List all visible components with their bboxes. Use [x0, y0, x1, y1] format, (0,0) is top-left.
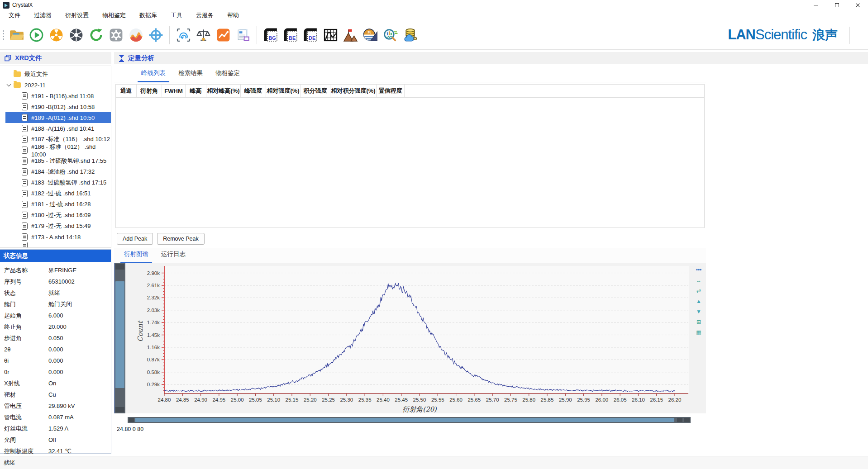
tab-1[interactable]: 检索结果	[172, 69, 209, 82]
chart-horizontal-scrollbar[interactable]	[128, 417, 691, 423]
shutter-button[interactable]	[67, 25, 86, 45]
analysis-chart-button[interactable]	[214, 25, 233, 45]
tab-2[interactable]: 物相鉴定	[209, 69, 246, 82]
search-analysis-button[interactable]	[381, 25, 400, 45]
column-header[interactable]: 置信程度	[377, 85, 405, 97]
start-run-button[interactable]	[27, 25, 46, 45]
remove-peak-button[interactable]: Remove Peak	[157, 233, 205, 245]
close-icon	[855, 3, 860, 8]
background-be-button[interactable]: BE	[281, 25, 300, 45]
file-item[interactable]: #191 - B(116).shd 11:08	[5, 90, 111, 101]
scrollbar-thumb[interactable]	[135, 418, 674, 422]
toolbar-gripper[interactable]	[0, 26, 6, 44]
refresh-button[interactable]	[86, 25, 105, 45]
menu-item-2[interactable]: 衍射设置	[58, 10, 95, 21]
open-file-button[interactable]	[7, 25, 26, 45]
column-header[interactable]: 相对积分强度(%)	[330, 85, 377, 97]
smoothing-button[interactable]	[321, 25, 340, 45]
grid-view-icon[interactable]: ▦	[696, 329, 701, 336]
scrollbar-cap[interactable]	[129, 418, 134, 422]
column-header[interactable]: 峰高	[186, 85, 206, 97]
close-button[interactable]	[847, 0, 868, 10]
column-header[interactable]: 峰强度	[241, 85, 266, 97]
cloud-database-button[interactable]	[401, 25, 420, 45]
goniometer-button[interactable]	[146, 25, 165, 45]
background-de-button[interactable]: DE	[301, 25, 320, 45]
svg-text:25.95: 25.95	[577, 397, 590, 403]
file-item[interactable]: #183 -过硫酸氢钾 .shd 17:15	[5, 177, 111, 188]
grid-wave-icon	[323, 27, 339, 43]
file-item[interactable]: #185 - 过硫酸氢钾.shd 17:55	[5, 156, 111, 166]
status-row: 灯丝电流1.529 A	[0, 423, 111, 434]
maximize-button[interactable]	[826, 0, 847, 10]
spectrum-button[interactable]	[126, 25, 145, 45]
scroll-up-icon[interactable]: ▲	[696, 298, 701, 304]
file-item[interactable]: #173 - A.shd 14:18	[5, 232, 111, 242]
background-bg-button[interactable]: BG	[261, 25, 280, 45]
scrollbar-cap[interactable]	[115, 407, 124, 412]
svg-text:24.85: 24.85	[176, 397, 189, 403]
tab-0[interactable]: 峰线列表	[135, 69, 172, 82]
status-row: 控制板温度32.41 ℃	[0, 445, 111, 457]
file-item-partial[interactable]	[5, 242, 111, 248]
chart-vertical-scrollbar[interactable]	[114, 263, 125, 413]
column-header[interactable]: 衍射角	[137, 85, 162, 97]
spectrum-chart-icon	[128, 27, 144, 43]
column-header[interactable]: 相对强度(%)	[266, 85, 300, 97]
expand-horizontal-icon[interactable]: ↔	[696, 277, 701, 284]
status-row-label: 靶材	[0, 391, 48, 399]
menu-item-4[interactable]: 数据库	[133, 10, 164, 21]
file-item[interactable]: #184 -滤油粉 .shd 17:32	[5, 166, 111, 177]
fullscreen-icon[interactable]: ⊞	[696, 319, 701, 325]
peak-search-button[interactable]	[341, 25, 360, 45]
xrd-spectrum-chart[interactable]: 0.29k0.58k0.87k1.16k1.45k1.74k2.03k2.32k…	[125, 263, 692, 413]
folder-2022-11[interactable]: 2022-11	[0, 80, 111, 90]
status-row-label: θi	[0, 357, 48, 364]
fit-width-icon[interactable]: ⇄	[696, 288, 701, 294]
status-row-label: 产品名称	[0, 266, 48, 275]
file-item[interactable]: #180 -过-无 .shd 16:09	[5, 210, 111, 221]
folder-recent[interactable]: 最近文件	[0, 69, 111, 80]
menu-item-6[interactable]: 云服务	[189, 10, 220, 21]
column-header[interactable]: 积分强度	[300, 85, 330, 97]
window-title: CrystalX	[12, 2, 33, 8]
folder-icon	[14, 82, 21, 88]
menu-item-1[interactable]: 过滤器	[27, 10, 58, 21]
scrollbar-cap[interactable]	[684, 418, 690, 422]
menu-item-3[interactable]: 物相鉴定	[95, 10, 133, 21]
scrollbar-thumb[interactable]	[115, 281, 124, 388]
more-options-icon[interactable]: •••	[696, 267, 702, 273]
status-row: θr0.000	[0, 366, 111, 378]
scrollbar-cap[interactable]	[677, 418, 682, 422]
file-item[interactable]: #182 -过-硫 .shd 16:51	[5, 188, 111, 199]
report-button[interactable]	[234, 25, 253, 45]
scrollbar-cap[interactable]	[115, 264, 124, 270]
menu-item-7[interactable]: 帮助	[220, 10, 246, 21]
column-header[interactable]: FWHM	[162, 85, 186, 97]
file-item[interactable]: #181 - 过-硫.shd 16:28	[5, 199, 111, 210]
file-label: #186 - 标准（012） .shd 10:00	[31, 143, 111, 158]
scroll-down-icon[interactable]: ▼	[696, 308, 701, 315]
file-item[interactable]: #189 -A(012) .shd 10:50	[5, 112, 111, 123]
brand-lan: LAN	[728, 27, 755, 43]
xray-source-button[interactable]	[47, 25, 66, 45]
geometry-button[interactable]: π	[361, 25, 380, 45]
fingerprint-scan-button[interactable]	[174, 25, 193, 45]
quantitative-button[interactable]	[194, 25, 213, 45]
status-bar: 就绪	[0, 456, 868, 469]
add-peak-button[interactable]: Add Peak	[117, 233, 153, 245]
file-item[interactable]: #179 -过-无 .shd 15:49	[5, 221, 111, 232]
menu-item-5[interactable]: 工具	[164, 10, 189, 21]
column-header[interactable]: 相对峰高(%)	[206, 85, 241, 97]
minimize-button[interactable]	[806, 0, 826, 10]
column-header[interactable]: 通道	[116, 85, 137, 97]
settings-button[interactable]	[106, 25, 125, 45]
menu-item-0[interactable]: 文件	[2, 10, 27, 21]
status-row: 管电流0.087 mA	[0, 412, 111, 423]
file-item[interactable]: #188 -A(116) .shd 10:41	[5, 123, 111, 134]
chart-tab-1[interactable]: 运行日志	[155, 250, 192, 263]
file-item[interactable]: #190 -B(012) .shd 10:58	[5, 101, 111, 112]
chevron-down-icon[interactable]	[7, 82, 11, 87]
chart-tab-0[interactable]: 衍射图谱	[118, 250, 155, 263]
file-item[interactable]: #186 - 标准（012） .shd 10:00	[5, 145, 111, 156]
